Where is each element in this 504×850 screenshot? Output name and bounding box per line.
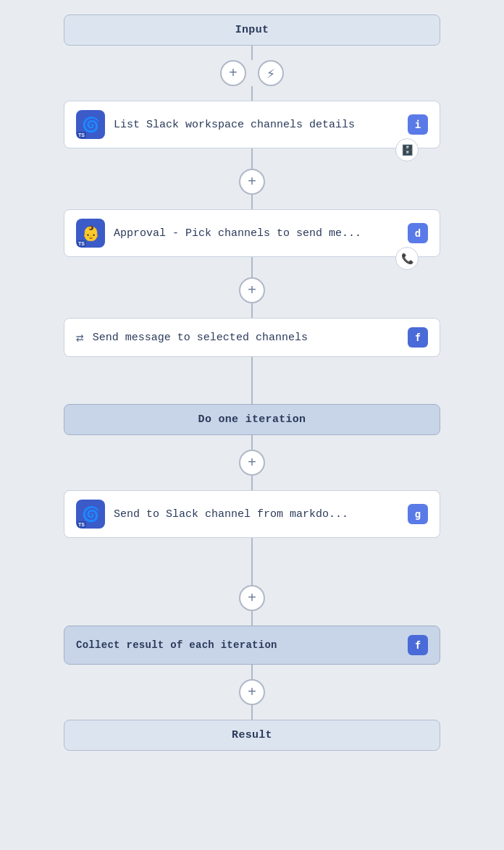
- send-slack-label: Send to Slack channel from markdo...: [114, 508, 402, 521]
- send-slack-icon: 🌀 TS: [76, 500, 105, 529]
- collect-node[interactable]: Collect result of each iteration f: [64, 626, 440, 665]
- list-slack-label: List Slack workspace channels details: [114, 119, 402, 131]
- list-slack-badge: i: [408, 114, 428, 135]
- input-node[interactable]: Input: [64, 14, 440, 46]
- curved-line-svg-2: [223, 538, 281, 585]
- send-slack-emoji: 🌀: [82, 505, 100, 523]
- list-slack-emoji: 🌀: [82, 116, 100, 134]
- send-message-node[interactable]: ⇄ Send message to selected channels f: [64, 318, 440, 357]
- list-slack-wrapper: 🌀 TS List Slack workspace channels detai…: [64, 101, 440, 148]
- send-slack-node[interactable]: 🌀 TS Send to Slack channel from markdo..…: [64, 490, 440, 538]
- approval-node[interactable]: 👶 TS Approval - Pick channels to send me…: [64, 209, 440, 257]
- connector-2: +: [0, 148, 504, 209]
- list-slack-node[interactable]: 🌀 TS List Slack workspace channels detai…: [64, 101, 440, 148]
- approval-icon: 👶 TS: [76, 219, 105, 248]
- add-button-6[interactable]: +: [239, 679, 265, 705]
- ts-badge-2: TS: [77, 240, 86, 247]
- line: [251, 195, 253, 209]
- send-slack-wrapper: 🌀 TS Send to Slack channel from markdo..…: [64, 490, 440, 538]
- add-button-4[interactable]: +: [239, 450, 265, 476]
- line: [251, 705, 253, 720]
- ts-badge: TS: [77, 132, 86, 138]
- send-message-wrapper: ⇄ Send message to selected channels f: [64, 318, 440, 357]
- send-slack-badge: g: [408, 504, 428, 524]
- collect-badge: f: [408, 635, 428, 655]
- result-node[interactable]: Result: [64, 720, 440, 751]
- line: [251, 303, 253, 318]
- input-label: Input: [235, 24, 269, 36]
- line: [251, 476, 253, 490]
- add-button-2[interactable]: +: [239, 169, 265, 195]
- send-message-badge: f: [408, 327, 428, 348]
- line: [251, 665, 253, 679]
- connector-4: +: [0, 435, 504, 490]
- loop-icon: ⇄: [76, 329, 84, 345]
- connector-3: +: [0, 257, 504, 318]
- curved-connector-2: [0, 538, 504, 585]
- connector-1: + ⚡: [0, 46, 504, 101]
- send-message-label: Send message to selected channels: [93, 332, 402, 344]
- line: [251, 257, 253, 277]
- add-button-3[interactable]: +: [239, 277, 265, 303]
- approval-sub-icon: 📞: [395, 247, 419, 270]
- line: [251, 611, 253, 626]
- line: [251, 148, 253, 169]
- do-iteration-label: Do one iteration: [198, 413, 306, 426]
- dual-add-row: + ⚡: [220, 60, 284, 86]
- approval-badge: d: [408, 223, 428, 243]
- flash-button-1[interactable]: ⚡: [258, 60, 284, 86]
- add-button-1[interactable]: +: [220, 60, 246, 86]
- result-label: Result: [232, 729, 272, 741]
- collect-label: Collect result of each iteration: [76, 639, 402, 651]
- add-button-5[interactable]: +: [239, 585, 265, 611]
- approval-emoji: 👶: [82, 224, 100, 243]
- curved-line-svg: [223, 357, 281, 404]
- ts-badge-3: TS: [77, 521, 86, 528]
- connector-5: +: [0, 665, 504, 720]
- line: [251, 435, 253, 450]
- approval-wrapper: 👶 TS Approval - Pick channels to send me…: [64, 209, 440, 257]
- curved-connector-1: [0, 357, 504, 404]
- line: [251, 86, 253, 101]
- list-slack-sub-icon: 🗄️: [395, 138, 419, 161]
- do-iteration-node[interactable]: Do one iteration: [64, 404, 440, 435]
- list-slack-icon: 🌀 TS: [76, 110, 105, 139]
- flow-container: Input + ⚡ 🌀 TS List Slack workspace chan…: [0, 0, 504, 850]
- approval-label: Approval - Pick channels to send me...: [114, 227, 402, 240]
- line: [251, 46, 253, 60]
- add-between-wrapper: +: [239, 585, 265, 626]
